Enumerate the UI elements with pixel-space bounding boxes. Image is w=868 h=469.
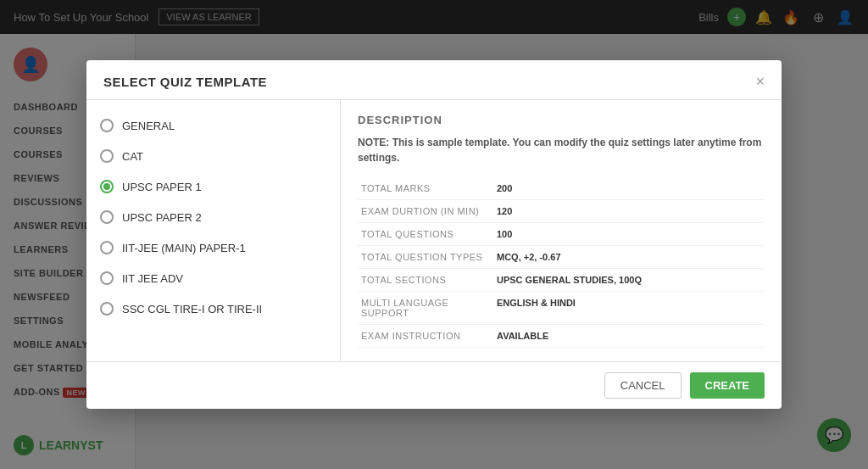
template-label-general: GENERAL <box>122 120 175 132</box>
template-item-ssc-cgl[interactable]: SSC CGL TIRE-I OR TIRE-II <box>86 293 340 324</box>
cancel-button[interactable]: CANCEL <box>604 372 682 399</box>
radio-iitjee-adv[interactable] <box>100 271 114 285</box>
field-value: 100 <box>493 223 765 246</box>
modal-close-button[interactable]: × <box>755 74 765 89</box>
description-heading: DESCRIPTION <box>358 114 765 126</box>
radio-general[interactable] <box>100 119 114 132</box>
radio-cat[interactable] <box>100 149 114 163</box>
template-label-upsc2: UPSC PAPER 2 <box>122 211 202 224</box>
template-label-cat: CAT <box>122 150 143 163</box>
template-item-upsc2[interactable]: UPSC PAPER 2 <box>86 202 340 232</box>
modal-overlay: SELECT QUIZ TEMPLATE × GENERAL CAT <box>0 0 868 469</box>
table-row: TOTAL MARKS 200 <box>358 177 765 200</box>
radio-upsc2[interactable] <box>100 210 114 224</box>
modal-body: GENERAL CAT UPSC PAPER 1 UPSC PA <box>86 100 782 361</box>
field-value: MCQ, +2, -0.67 <box>493 246 765 269</box>
template-label-ssc-cgl: SSC CGL TIRE-I OR TIRE-II <box>122 303 262 315</box>
field-label: EXAM INSTRUCTION <box>358 325 493 348</box>
modal-title: SELECT QUIZ TEMPLATE <box>103 75 267 89</box>
radio-upsc1[interactable] <box>100 180 114 193</box>
template-item-iitjee-adv[interactable]: IIT JEE ADV <box>86 263 340 293</box>
field-value: UPSC GENERAL STUDIES, 100Q <box>493 269 765 292</box>
table-row: MULTI LANGUAGE SUPPORT ENGLISH & HINDI <box>358 292 765 325</box>
field-label: TOTAL MARKS <box>358 177 493 200</box>
field-value: AVAILABLE <box>493 325 765 348</box>
radio-upsc1-inner <box>103 183 110 190</box>
template-item-iitjee-main[interactable]: IIT-JEE (MAIN) PAPER-1 <box>86 232 340 263</box>
field-label: TOTAL QUESTION TYPES <box>358 246 493 269</box>
field-value: 200 <box>493 177 765 200</box>
template-label-iitjee-main: IIT-JEE (MAIN) PAPER-1 <box>122 242 246 254</box>
table-row: EXAM DURTION (IN MIN) 120 <box>358 200 765 223</box>
quiz-template-modal: SELECT QUIZ TEMPLATE × GENERAL CAT <box>86 60 782 409</box>
template-item-general[interactable]: GENERAL <box>86 110 340 141</box>
table-row: TOTAL QUESTION TYPES MCQ, +2, -0.67 <box>358 246 765 269</box>
create-button[interactable]: CREATE <box>690 372 765 399</box>
modal-header: SELECT QUIZ TEMPLATE × <box>86 60 782 100</box>
field-label: TOTAL SECTIONS <box>358 269 493 292</box>
field-label: TOTAL QUESTIONS <box>358 223 493 246</box>
field-label: EXAM DURTION (IN MIN) <box>358 200 493 223</box>
description-panel: DESCRIPTION NOTE: This is sample templat… <box>341 100 782 361</box>
template-label-upsc1: UPSC PAPER 1 <box>122 181 202 193</box>
table-row: TOTAL QUESTIONS 100 <box>358 223 765 246</box>
note-bold: NOTE: <box>358 137 389 148</box>
description-note: NOTE: This is sample template. You can m… <box>358 135 765 165</box>
field-value: ENGLISH & HINDI <box>493 292 765 325</box>
field-value: 120 <box>493 200 765 223</box>
table-row: EXAM INSTRUCTION AVAILABLE <box>358 325 765 348</box>
radio-ssc-cgl[interactable] <box>100 302 114 315</box>
template-label-iitjee-adv: IIT JEE ADV <box>122 272 183 285</box>
template-item-upsc1[interactable]: UPSC PAPER 1 <box>86 171 340 202</box>
template-item-cat[interactable]: CAT <box>86 141 340 171</box>
modal-footer: CANCEL CREATE <box>86 361 782 409</box>
radio-iitjee-main[interactable] <box>100 241 114 254</box>
field-label: MULTI LANGUAGE SUPPORT <box>358 292 493 325</box>
template-list: GENERAL CAT UPSC PAPER 1 UPSC PA <box>86 100 341 361</box>
note-text: This is sample template. You can modify … <box>358 137 761 164</box>
table-row: TOTAL SECTIONS UPSC GENERAL STUDIES, 100… <box>358 269 765 292</box>
description-table: TOTAL MARKS 200 EXAM DURTION (IN MIN) 12… <box>358 177 765 348</box>
